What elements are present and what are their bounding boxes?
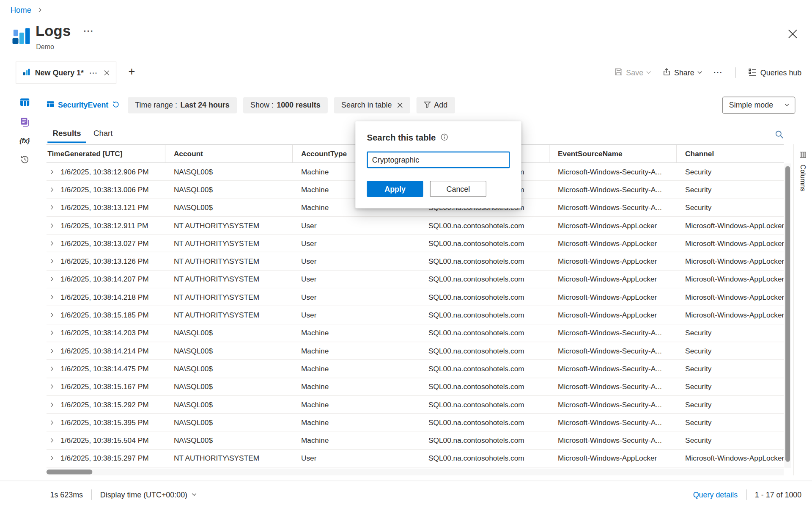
horizontal-scrollbar-thumb[interactable] <box>47 469 93 474</box>
table-row[interactable]: 1/6/2025, 10:38:14.218 PM NT AUTHORITY\S… <box>47 288 784 306</box>
cell-computer: SQL00.na.contosohotels.com <box>428 257 524 265</box>
cell-computer: SQL00.na.contosohotels.com <box>428 221 524 230</box>
cell-account: NT AUTHORITY\SYSTEM <box>174 239 259 248</box>
row-expand-chevron-icon[interactable] <box>49 456 53 460</box>
cell-account: NA\SQL00$ <box>174 185 213 194</box>
chevron-down-icon <box>646 69 650 74</box>
horizontal-scrollbar[interactable] <box>47 469 784 475</box>
chevron-down-icon <box>192 491 196 496</box>
search-results-icon[interactable] <box>775 130 784 139</box>
selected-table-chip[interactable]: SecurityEvent <box>47 100 119 110</box>
cell-account-type: Machine <box>301 168 329 176</box>
vertical-scrollbar[interactable] <box>785 163 791 468</box>
tab-chart[interactable]: Chart <box>87 124 119 143</box>
row-expand-chevron-icon[interactable] <box>49 277 53 281</box>
queries-hub-icon <box>748 68 757 77</box>
query-tab-more-button[interactable]: ··· <box>90 69 98 77</box>
vertical-scrollbar-thumb[interactable] <box>785 166 790 461</box>
query-tab[interactable]: New Query 1* ··· <box>16 62 116 84</box>
cell-account: NA\SQL00$ <box>174 203 213 212</box>
breadcrumb-chevron-icon <box>37 8 41 12</box>
cell-time-generated: 1/6/2025, 10:38:13.126 PM <box>60 257 148 265</box>
add-filter-pill[interactable]: Add <box>416 97 455 113</box>
table-row[interactable]: 1/6/2025, 10:38:14.203 PM NA\SQL00$ Mach… <box>47 324 784 342</box>
queries-pane-icon[interactable] <box>19 117 29 127</box>
table-row[interactable]: 1/6/2025, 10:38:13.027 PM NT AUTHORITY\S… <box>47 235 784 252</box>
table-row[interactable]: 1/6/2025, 10:38:13.126 PM NT AUTHORITY\S… <box>47 253 784 271</box>
tab-results[interactable]: Results <box>47 124 87 143</box>
cell-event-source-name: Microsoft-Windows-AppLocker <box>558 311 657 319</box>
row-expand-chevron-icon[interactable] <box>49 313 53 317</box>
columns-panel-toggle[interactable]: Columns <box>793 144 812 475</box>
display-time-dropdown[interactable]: Display time (UTC+00:00) <box>100 491 196 499</box>
query-toolbar: SecurityEvent Time range : Last 24 hours… <box>47 94 796 116</box>
cell-computer: SQL00.na.contosohotels.com <box>428 239 524 248</box>
cell-event-source-name: Microsoft-Windows-Security-A... <box>558 364 662 373</box>
table-row[interactable]: 1/6/2025, 10:38:15.292 PM NA\SQL00$ Mach… <box>47 396 784 414</box>
table-row[interactable]: 1/6/2025, 10:38:15.395 PM NA\SQL00$ Mach… <box>47 414 784 431</box>
time-range-pill[interactable]: Time range : Last 24 hours <box>128 97 237 113</box>
apply-button[interactable]: Apply <box>367 181 423 197</box>
query-history-icon[interactable] <box>19 155 29 164</box>
row-expand-chevron-icon[interactable] <box>49 331 53 335</box>
table-row[interactable]: 1/6/2025, 10:38:14.207 PM NT AUTHORITY\S… <box>47 271 784 288</box>
save-icon <box>614 68 623 77</box>
row-expand-chevron-icon[interactable] <box>49 384 53 389</box>
cell-channel: Microsoft-Windows-AppLocker <box>685 221 784 230</box>
row-expand-chevron-icon[interactable] <box>49 223 53 227</box>
breadcrumb-home-link[interactable]: Home <box>11 5 31 14</box>
column-header-account[interactable]: Account <box>165 145 293 163</box>
remove-search-filter-icon[interactable] <box>397 102 403 108</box>
column-header-channel[interactable]: Channel <box>677 145 784 163</box>
cell-account: NA\SQL00$ <box>174 329 213 337</box>
refresh-icon[interactable] <box>112 101 119 110</box>
show-results-pill[interactable]: Show : 1000 results <box>243 97 328 113</box>
functions-pane-icon[interactable]: {fx} <box>19 137 30 145</box>
simple-mode-dropdown[interactable]: Simple mode <box>722 97 796 114</box>
row-expand-chevron-icon[interactable] <box>49 188 53 192</box>
cell-time-generated: 1/6/2025, 10:38:14.207 PM <box>60 275 148 284</box>
cell-account: NA\SQL00$ <box>174 347 213 355</box>
cell-time-generated: 1/6/2025, 10:38:15.297 PM <box>60 454 148 463</box>
row-expand-chevron-icon[interactable] <box>49 259 53 263</box>
row-expand-chevron-icon[interactable] <box>49 241 53 246</box>
table-row[interactable]: 1/6/2025, 10:38:15.185 PM NT AUTHORITY\S… <box>47 306 784 324</box>
info-icon[interactable] <box>440 133 448 142</box>
row-expand-chevron-icon[interactable] <box>49 438 53 442</box>
share-button[interactable]: Share <box>663 68 701 77</box>
cell-account-type: Machine <box>301 436 329 444</box>
table-row[interactable]: 1/6/2025, 10:38:14.214 PM NA\SQL00$ Mach… <box>47 342 784 360</box>
cancel-button[interactable]: Cancel <box>430 181 486 197</box>
row-expand-chevron-icon[interactable] <box>49 367 53 371</box>
table-row[interactable]: 1/6/2025, 10:38:15.167 PM NA\SQL00$ Mach… <box>47 378 784 396</box>
column-header-time-generated[interactable]: TimeGenerated [UTC] <box>47 145 165 163</box>
cell-account-type: Machine <box>301 185 329 194</box>
search-table-input[interactable] <box>367 152 510 168</box>
query-details-link[interactable]: Query details <box>693 491 738 499</box>
row-expand-chevron-icon[interactable] <box>49 205 53 210</box>
cell-account: NT AUTHORITY\SYSTEM <box>174 311 259 319</box>
new-tab-button[interactable]: + <box>129 65 135 78</box>
save-button[interactable]: Save <box>614 68 650 77</box>
tables-pane-icon[interactable] <box>19 97 29 107</box>
table-row[interactable]: 1/6/2025, 10:38:12.911 PM NT AUTHORITY\S… <box>47 217 784 235</box>
table-row[interactable]: 1/6/2025, 10:38:14.475 PM NA\SQL00$ Mach… <box>47 360 784 378</box>
row-expand-chevron-icon[interactable] <box>49 295 53 299</box>
queries-hub-label: Queries hub <box>760 69 801 77</box>
row-expand-chevron-icon[interactable] <box>49 420 53 425</box>
query-tab-close-button[interactable] <box>102 69 110 77</box>
cell-event-source-name: Microsoft-Windows-AppLocker <box>558 454 657 463</box>
search-in-table-label: Search in table <box>341 101 392 109</box>
close-button[interactable] <box>786 27 799 42</box>
tab-strip-more-button[interactable]: ··· <box>713 69 723 77</box>
row-expand-chevron-icon[interactable] <box>49 348 53 353</box>
row-expand-chevron-icon[interactable] <box>49 169 53 174</box>
row-expand-chevron-icon[interactable] <box>49 402 53 406</box>
column-header-event-source-name[interactable]: EventSourceName <box>549 145 677 163</box>
queries-hub-button[interactable]: Queries hub <box>748 68 801 77</box>
header-more-button[interactable]: ··· <box>83 26 94 37</box>
search-in-table-pill[interactable]: Search in table <box>334 97 410 113</box>
table-row[interactable]: 1/6/2025, 10:38:15.504 PM NA\SQL00$ Mach… <box>47 432 784 450</box>
cell-channel: Security <box>685 400 711 409</box>
table-row[interactable]: 1/6/2025, 10:38:15.297 PM NT AUTHORITY\S… <box>47 450 784 467</box>
